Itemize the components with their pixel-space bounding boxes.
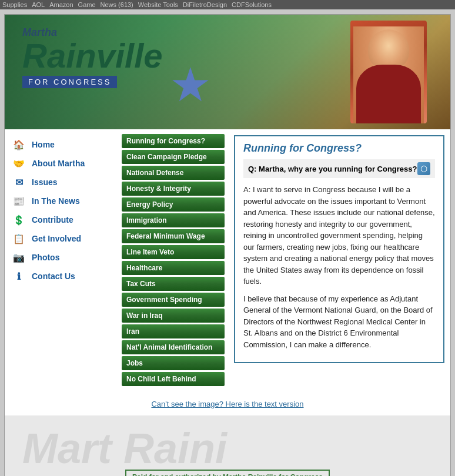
sidebar-label-get-involved: Get Involved [32,234,81,243]
main-content: Running for Congress? Q: Martha, why are… [228,129,450,393]
photo-person [353,26,424,123]
toolbar-item[interactable]: News (613) [101,1,133,8]
header-banner: Martha Rainville FOR CONGRESS ★ [5,15,450,129]
dollar-icon: 💲 [11,213,27,226]
mid-nav: Running for Congress? Clean Campaign Ple… [119,129,228,393]
news-icon: 📰 [11,195,27,207]
nav-btn-jobs[interactable]: Jobs [122,356,225,370]
text-version-link[interactable]: Can't see the image? Here is the text ve… [151,400,303,408]
top-toolbar: Supplies AOL Amazon Game News (613) Webs… [0,0,455,9]
nav-btn-line-item-veto[interactable]: Line Item Veto [122,245,225,259]
toolbar-item[interactable]: Amazon [49,1,73,8]
camera-icon: 📷 [11,251,27,264]
sidebar-item-contact-us[interactable]: ℹ Contact Us [5,267,119,286]
content-body: A: I want to serve in Congress because I… [243,184,435,350]
nav-btn-federal-minimum-wage[interactable]: Federal Minimum Wage [122,229,225,243]
sidebar-item-in-the-news[interactable]: 📰 In The News [5,192,119,210]
star-icon: ★ [169,62,216,109]
content-area: 🏠 Home 🤝 About Martha ✉ Issues 📰 In The … [5,129,450,393]
sidebar-item-about-martha[interactable]: 🤝 About Martha [5,154,119,173]
sidebar-label-contact-us: Contact Us [32,271,75,281]
sidebar-item-get-involved[interactable]: 📋 Get Involved [5,229,119,248]
expand-arrow-icon[interactable]: ⬡ [417,162,430,175]
nav-btn-clean-campaign[interactable]: Clean Campaign Pledge [122,150,225,164]
nav-btn-healthcare[interactable]: Healthcare [122,261,225,275]
sidebar-label-about-martha: About Martha [32,159,85,168]
toolbar-item[interactable]: Game [78,1,96,8]
toolbar-item[interactable]: Supplies [2,1,27,8]
sidebar-label-contribute: Contribute [32,215,73,224]
sidebar-label-photos: Photos [32,253,59,262]
question-text: Q: Martha, why are you running for Congr… [248,165,417,173]
sidebar-item-contribute[interactable]: 💲 Contribute [5,210,119,229]
sidebar: 🏠 Home 🤝 About Martha ✉ Issues 📰 In The … [5,129,119,393]
answer-paragraph-1: A: I want to serve in Congress because I… [243,184,435,287]
info-icon: ℹ [11,270,27,283]
toolbar-item[interactable]: CDFSolutions [232,1,272,8]
candidate-photo [350,21,427,123]
nav-btn-national-defense[interactable]: National Defense [122,166,225,180]
toolbar-item[interactable]: AOL [32,1,45,8]
content-box: Running for Congress? Q: Martha, why are… [234,135,444,363]
nav-btn-iran[interactable]: Iran [122,324,225,338]
sidebar-item-photos[interactable]: 📷 Photos [5,248,119,267]
sidebar-item-issues[interactable]: ✉ Issues [5,173,119,192]
header-name-block: Martha Rainville FOR CONGRESS [22,26,163,88]
toolbar-item[interactable]: DiFiletroDesign [183,1,227,8]
sidebar-item-home[interactable]: 🏠 Home [5,135,119,154]
footer-paid-block: Paid for and authorized by Martha Rainvi… [11,470,444,476]
sidebar-label-issues: Issues [32,177,58,187]
nav-btn-running[interactable]: Running for Congress? [122,134,225,148]
toolbar-item[interactable]: Website Tools [138,1,178,8]
header-rainville: Rainville [22,39,163,73]
answer-paragraph-2: I believe that because of my experience … [243,293,435,351]
footer-area: Can't see the image? Here is the text ve… [5,393,450,415]
nav-btn-honesty[interactable]: Honesty & Integrity [122,182,225,196]
nav-btn-tax-cuts[interactable]: Tax Cuts [122,277,225,291]
nav-btn-animal-id[interactable]: Nat'l Animal Identification [122,340,225,354]
main-wrapper: Martha Rainville FOR CONGRESS ★ 🏠 Home 🤝… [4,14,451,476]
watermark-text: Mart Raini [11,427,444,470]
mail-icon: ✉ [11,176,27,189]
nav-btn-immigration[interactable]: Immigration [122,213,225,227]
header-for-congress: FOR CONGRESS [22,76,117,88]
content-title: Running for Congress? [243,142,435,155]
sidebar-label-in-the-news: In The News [32,196,80,206]
content-question: Q: Martha, why are you running for Congr… [243,159,435,178]
handshake-icon: 🤝 [11,157,27,170]
sidebar-label-home: Home [32,140,55,149]
nav-btn-no-child[interactable]: No Child Left Behind [122,372,225,386]
clipboard-icon: 📋 [11,232,27,245]
nav-btn-government-spending[interactable]: Government Spending [122,293,225,307]
footer-watermark: Mart Raini Paid for and authorized by Ma… [5,415,450,476]
nav-btn-energy[interactable]: Energy Policy [122,197,225,212]
nav-btn-war-iraq[interactable]: War in Iraq [122,309,225,323]
home-icon: 🏠 [11,138,27,151]
paid-box: Paid for and authorized by Martha Rainvi… [125,470,330,476]
